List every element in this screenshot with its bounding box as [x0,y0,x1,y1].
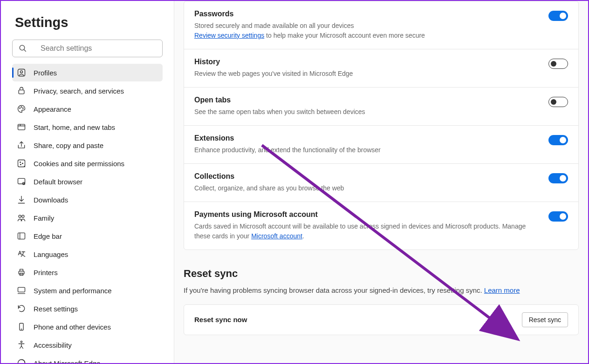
nav-item-printer[interactable]: Printers [12,263,163,281]
reset-sync-card: Reset sync now Reset sync [184,304,579,335]
sync-row: Payments using Microsoft account Cards s… [184,202,578,249]
nav-item-profile[interactable]: Profiles [12,64,163,81]
nav-label: Profiles [34,69,57,77]
printer-icon [17,268,26,277]
nav-item-palette[interactable]: Appearance [12,100,163,118]
toggle-switch[interactable] [548,135,568,145]
search-box[interactable] [12,40,163,57]
nav-label: Appearance [34,105,71,113]
accessibility-icon [17,340,26,350]
nav-label: Default browser [34,178,82,186]
nav-item-share[interactable]: Share, copy and paste [12,136,163,154]
nav-label: Downloads [34,196,68,204]
inline-link[interactable]: Microsoft account [251,232,302,240]
phone-icon [17,322,26,331]
svg-point-18 [19,215,21,217]
nav-item-phone[interactable]: Phone and other devices [12,318,163,336]
palette-icon [17,104,26,114]
sync-row: Open tabs See the same open tabs when yo… [184,88,578,126]
download-icon [17,195,26,204]
svg-point-0 [20,45,25,50]
edgebar-icon [17,231,26,241]
search-input[interactable] [41,44,157,53]
svg-point-19 [22,215,24,217]
row-title: Extensions [194,134,539,142]
toggle-switch[interactable] [548,211,568,222]
row-description: See the same open tabs when you switch b… [194,107,539,117]
nav-item-system[interactable]: System and performance [12,282,163,299]
nav-label: About Microsoft Edge [34,359,100,364]
svg-rect-4 [19,90,24,94]
svg-point-28 [21,341,22,343]
sidebar[interactable]: Settings ProfilesPrivacy, search, and se… [1,1,174,363]
reset-icon [17,304,26,313]
nav-item-default[interactable]: Default browser [12,173,163,190]
toggle-switch[interactable] [548,11,568,21]
reset-sync-button[interactable]: Reset sync [522,312,568,327]
row-description: Stored securely and made available on al… [194,21,539,40]
nav-item-reset[interactable]: Reset settings [12,300,163,317]
svg-rect-2 [18,69,25,76]
nav-item-accessibility[interactable]: Accessibility [12,336,163,354]
row-title: Open tabs [194,96,539,104]
nav-label: Accessibility [34,341,72,349]
toggle-switch[interactable] [548,173,568,183]
sync-row: Collections Collect, organize, and share… [184,164,578,202]
svg-point-7 [23,108,24,109]
row-description: Cards saved in Microsoft account will be… [194,222,539,241]
row-title: History [194,58,539,66]
share-icon [17,141,26,150]
reset-sync-row-title: Reset sync now [194,316,247,324]
nav-item-lock[interactable]: Privacy, search, and services [12,82,163,100]
svg-rect-8 [18,124,25,130]
reset-sync-description: If you're having problems syncing browse… [184,285,579,296]
nav-label: Languages [34,250,68,258]
nav-label: Cookies and site permissions [34,160,124,168]
learn-more-link[interactable]: Learn more [484,286,520,294]
row-description: Collect, organize, and share as you brow… [194,183,539,193]
profile-icon [17,68,26,77]
nav-item-family[interactable]: Family [12,209,163,227]
svg-point-12 [20,162,21,163]
row-title: Passwords [194,10,539,18]
nav-label: Phone and other devices [34,323,111,331]
lock-icon [17,86,26,95]
row-description: Enhance productivity, and extend the fun… [194,145,539,155]
tab-icon [17,122,26,132]
language-icon [17,249,26,259]
nav-item-language[interactable]: Languages [12,245,163,263]
svg-rect-20 [18,233,25,239]
row-description: Review the web pages you've visited in M… [194,69,539,79]
nav-item-about[interactable]: About Microsoft Edge [12,354,163,363]
nav-item-cookie[interactable]: Cookies and site permissions [12,155,163,172]
sync-row: History Review the web pages you've visi… [184,49,578,88]
toggle-switch[interactable] [548,59,568,69]
page-title: Settings [15,15,163,30]
reset-sync-heading: Reset sync [184,268,579,280]
svg-rect-11 [18,160,25,167]
svg-point-14 [21,164,21,165]
about-icon [17,358,26,363]
nav-label: System and performance [34,287,112,295]
sync-row: Extensions Enhance productivity, and ext… [184,126,578,164]
sync-row: Passwords Stored securely and made avail… [184,1,578,49]
search-icon [18,44,27,53]
nav-item-download[interactable]: Downloads [12,191,163,209]
svg-rect-22 [19,271,24,275]
nav-item-tab[interactable]: Start, home, and new tabs [12,118,163,136]
default-icon [17,177,26,186]
toggle-switch[interactable] [548,97,568,107]
svg-point-5 [20,108,21,109]
nav-label: Privacy, search, and services [34,87,124,95]
nav-label: Reset settings [34,305,78,313]
inline-link[interactable]: Review security settings [194,32,264,39]
nav-label: Start, home, and new tabs [34,123,115,131]
nav-item-edgebar[interactable]: Edge bar [12,227,163,245]
content-area[interactable]: Passwords Stored securely and made avail… [174,1,588,363]
nav-label: Family [34,214,54,222]
svg-point-6 [21,107,22,108]
sync-items-group: Passwords Stored securely and made avail… [184,1,579,250]
row-title: Collections [194,172,539,181]
svg-point-3 [21,71,23,73]
nav-label: Edge bar [34,232,62,240]
